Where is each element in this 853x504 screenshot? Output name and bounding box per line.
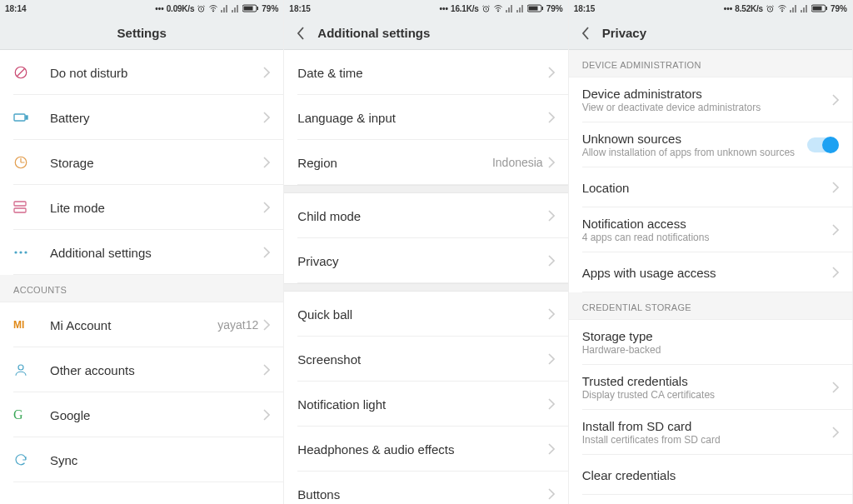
row-unknown-sources[interactable]: Unknown sources Allow installation of ap… <box>569 122 852 167</box>
status-right: ••• 0.09K/s 79% <box>155 3 278 13</box>
row-device-administrators[interactable]: Device administrators View or deactivate… <box>569 77 852 122</box>
section-accounts: ACCOUNTS <box>0 275 283 302</box>
chevron-right-icon <box>548 308 555 320</box>
row-label: Buttons <box>297 487 547 502</box>
row-screenshot[interactable]: Screenshot <box>284 337 567 382</box>
status-bar: 18:14 ••• 0.09K/s 79% <box>0 0 283 17</box>
row-label: Install from SD card <box>582 419 832 433</box>
row-trusted-credentials[interactable]: Trusted credentials Display trusted CA c… <box>569 365 852 410</box>
row-mi-account[interactable]: MI Mi Account yayat12 <box>0 302 283 347</box>
row-headphones-audio[interactable]: Headphones & audio effects <box>284 427 567 472</box>
privacy-list: DEVICE ADMINISTRATION Device administrat… <box>569 50 852 504</box>
screen-settings: 18:14 ••• 0.09K/s 79% Settings Do not di… <box>0 0 284 504</box>
status-battery: 79% <box>546 4 563 13</box>
row-label: Storage type <box>582 329 839 343</box>
section-credential-storage: CREDENTIAL STORAGE <box>569 292 852 320</box>
status-right: ••• 16.1K/s 79% <box>440 3 563 13</box>
chevron-right-icon <box>263 157 270 168</box>
row-lite-mode[interactable]: Lite mode <box>0 185 283 230</box>
row-label: Device administrators <box>582 87 832 101</box>
battery-icon <box>811 4 828 12</box>
row-sub: Display trusted CA certificates <box>582 389 832 401</box>
svg-point-11 <box>14 251 17 253</box>
chevron-right-icon <box>832 427 839 438</box>
row-label: Privacy <box>297 254 547 268</box>
row-notification-access[interactable]: Notification access 4 apps can read noti… <box>569 207 852 252</box>
battery-icon <box>13 112 50 122</box>
title-bar: Additional settings <box>284 17 567 50</box>
row-label: Location <box>582 181 832 195</box>
mi-icon: MI <box>13 319 50 331</box>
row-buttons[interactable]: Buttons <box>284 472 567 504</box>
dnd-icon <box>13 65 50 80</box>
row-apps-usage-access[interactable]: Apps with usage access <box>569 252 852 292</box>
row-label: Battery <box>50 111 263 125</box>
svg-point-1 <box>213 11 214 12</box>
row-additional-settings[interactable]: Additional settings <box>0 230 283 275</box>
row-label: Screenshot <box>297 352 547 367</box>
row-date-time[interactable]: Date & time <box>284 50 567 95</box>
row-location[interactable]: Location <box>569 167 852 207</box>
three-dots-icon: ••• <box>155 4 164 13</box>
chevron-right-icon <box>263 67 270 78</box>
additional-list: Date & time Language & input Region Indo… <box>284 50 567 504</box>
section-device-admin: DEVICE ADMINISTRATION <box>569 50 852 77</box>
svg-rect-9 <box>14 202 26 206</box>
row-storage[interactable]: Storage <box>0 140 283 185</box>
svg-rect-18 <box>528 7 537 11</box>
status-time: 18:15 <box>574 4 596 13</box>
chevron-right-icon <box>263 202 270 213</box>
row-label: Additional settings <box>50 246 263 260</box>
row-sub: 4 apps can read notifications <box>582 232 832 243</box>
row-label: Quick ball <box>297 307 547 322</box>
chevron-right-icon <box>263 409 270 421</box>
row-value: Indonesia <box>492 156 543 169</box>
chevron-right-icon <box>548 255 555 267</box>
toggle-switch[interactable] <box>807 137 839 152</box>
row-privacy[interactable]: Privacy <box>284 238 567 283</box>
row-quick-ball[interactable]: Quick ball <box>284 292 567 337</box>
row-install-sd-card[interactable]: Install from SD card Install certificate… <box>569 410 852 455</box>
alarm-icon <box>766 4 775 13</box>
row-label: Sync <box>50 453 270 467</box>
row-region[interactable]: Region Indonesia <box>284 140 567 185</box>
row-do-not-disturb[interactable]: Do not disturb <box>0 50 283 95</box>
chevron-right-icon <box>263 364 270 376</box>
row-label: Child mode <box>297 209 547 223</box>
back-button[interactable] <box>569 27 602 40</box>
wifi-icon <box>777 3 787 13</box>
row-clear-credentials[interactable]: Clear credentials <box>569 455 852 495</box>
svg-point-21 <box>781 11 782 12</box>
page-title: Settings <box>117 26 167 40</box>
row-storage-type[interactable]: Storage type Hardware-backed <box>569 320 852 365</box>
status-battery: 79% <box>831 4 847 13</box>
svg-point-12 <box>19 251 22 253</box>
row-sub: Allow installation of apps from unknown … <box>582 147 807 158</box>
chevron-right-icon <box>832 182 839 193</box>
row-language-input[interactable]: Language & input <box>284 95 567 140</box>
row-notification-light[interactable]: Notification light <box>284 382 567 427</box>
alarm-icon <box>197 4 206 13</box>
battery-icon <box>242 4 259 12</box>
three-dots-icon: ••• <box>724 4 733 13</box>
three-dots-icon: ••• <box>440 4 449 13</box>
chevron-right-icon <box>548 488 555 500</box>
signal-icon <box>221 4 229 12</box>
battery-icon <box>527 4 544 12</box>
signal-icon-2 <box>516 4 525 12</box>
row-google[interactable]: G Google <box>0 392 283 437</box>
row-child-mode[interactable]: Child mode <box>284 193 567 238</box>
status-bar: 18:15 ••• 16.1K/s 79% <box>284 0 567 17</box>
page-title: Privacy <box>602 26 646 40</box>
back-button[interactable] <box>284 27 317 40</box>
row-sync[interactable]: Sync <box>0 437 283 482</box>
chevron-right-icon <box>832 267 839 278</box>
chevron-right-icon <box>263 112 270 123</box>
row-battery[interactable]: Battery <box>0 95 283 140</box>
wifi-icon <box>208 3 218 13</box>
row-other-accounts[interactable]: Other accounts <box>0 347 283 392</box>
svg-rect-23 <box>812 7 821 11</box>
google-icon: G <box>13 407 50 422</box>
chevron-right-icon <box>548 353 555 365</box>
svg-point-14 <box>18 365 23 370</box>
